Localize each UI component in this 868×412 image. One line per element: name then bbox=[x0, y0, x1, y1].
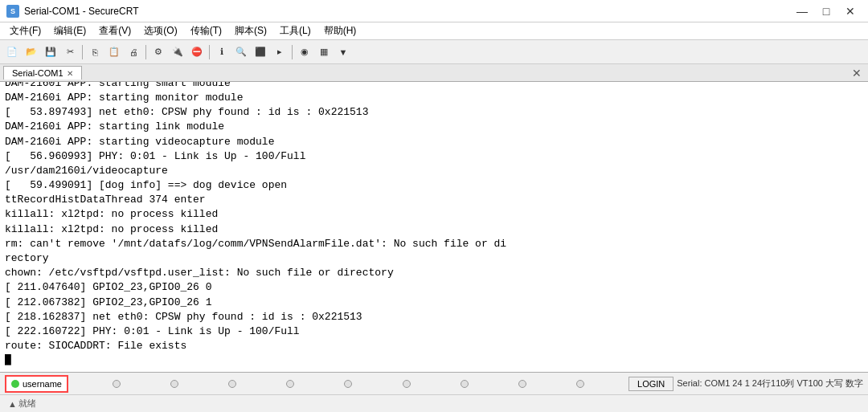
tool-new[interactable]: 📄 bbox=[3, 43, 21, 61]
tool-extra2[interactable]: ▸ bbox=[271, 43, 289, 61]
terminal-line: [ 212.067382] GPIO2_23,GPIO0_26 1 bbox=[5, 296, 863, 310]
tool-extra5[interactable]: ▼ bbox=[334, 43, 352, 61]
login-button[interactable]: LOGIN bbox=[628, 377, 674, 391]
title-bar-left: S Serial-COM1 - SecureCRT bbox=[6, 5, 138, 18]
status-circle bbox=[228, 380, 236, 388]
terminal-line: [ 222.160722] PHY: 0:01 - Link is Up - 1… bbox=[5, 324, 863, 339]
tool-find[interactable]: 🔍 bbox=[232, 43, 250, 61]
tool-copy[interactable]: ⎘ bbox=[86, 43, 104, 61]
tool-cut[interactable]: ✂ bbox=[61, 43, 79, 61]
tab-serial-com1[interactable]: Serial-COM1 ✕ bbox=[3, 66, 82, 80]
status-circle bbox=[170, 380, 178, 388]
tool-paste[interactable]: 📋 bbox=[105, 43, 123, 61]
tool-extra1[interactable]: ⬛ bbox=[252, 43, 269, 61]
username-status[interactable]: username bbox=[5, 375, 68, 393]
tab-label: Serial-COM1 bbox=[12, 68, 63, 78]
toolbar: 📄 📂 💾 ✂ ⎘ 📋 🖨 ⚙ 🔌 ⛔ ℹ 🔍 ⬛ ▸ ◉ ▦ ▼ bbox=[0, 40, 868, 64]
tool-save[interactable]: 💾 bbox=[42, 43, 59, 61]
status-circle bbox=[113, 380, 121, 388]
terminal-output[interactable]: [ 46.685466] PHY: 0:01 - Link is Up - 10… bbox=[0, 82, 868, 372]
tool-extra4[interactable]: ▦ bbox=[315, 43, 333, 61]
status-circle bbox=[344, 380, 352, 388]
terminal-line: DAM-2160i APP: starting videocapture mod… bbox=[5, 135, 863, 149]
menu-tools[interactable]: 工具(L) bbox=[273, 22, 317, 39]
window-title: Serial-COM1 - SecureCRT bbox=[24, 6, 138, 17]
ready-text: 就绪 bbox=[18, 398, 36, 410]
status-bar: username LOGIN Serial: COM1 24 1 24行110列… bbox=[0, 372, 868, 394]
toolbar-separator-2 bbox=[145, 45, 146, 59]
terminal-line: DAM-2160i APP: starting link module bbox=[5, 120, 863, 134]
terminal-line: DAM-2160i APP: starting smart module bbox=[5, 82, 863, 91]
window-controls: — □ ✕ bbox=[791, 3, 862, 19]
tool-disconnect[interactable]: ⛔ bbox=[188, 43, 206, 61]
label-bar: ▲ 就绪 bbox=[0, 394, 868, 412]
terminal-line: [ 53.897493] net eth0: CPSW phy found : … bbox=[5, 105, 863, 120]
tool-open[interactable]: 📂 bbox=[23, 43, 40, 61]
status-circle bbox=[518, 380, 526, 388]
status-circle bbox=[403, 380, 411, 388]
tool-extra3[interactable]: ◉ bbox=[296, 43, 313, 61]
terminal-line: rm: can't remove '/mnt/datafs/log/comm/V… bbox=[5, 237, 863, 251]
tab-end-button[interactable]: ✕ bbox=[849, 67, 865, 80]
connection-indicator bbox=[11, 380, 19, 388]
ready-label: ▲ 就绪 bbox=[5, 398, 39, 410]
terminal-line: [ 211.047640] GPIO2_23,GPIO0_26 0 bbox=[5, 280, 863, 295]
terminal-line: DAM-2160i APP: starting monitor module bbox=[5, 91, 863, 105]
terminal-line: /usr/dam2160i/videocapture bbox=[5, 164, 863, 178]
terminal-line: rectory bbox=[5, 251, 863, 266]
terminal-line: [ 56.960993] PHY: 0:01 - Link is Up - 10… bbox=[5, 149, 863, 164]
title-bar: S Serial-COM1 - SecureCRT — □ ✕ bbox=[0, 0, 868, 22]
menu-help[interactable]: 帮助(H) bbox=[317, 22, 363, 39]
menu-bar: 文件(F) 编辑(E) 查看(V) 选项(O) 传输(T) 脚本(S) 工具(L… bbox=[0, 22, 868, 40]
username-label: username bbox=[23, 379, 62, 389]
tool-info[interactable]: ℹ bbox=[213, 43, 231, 61]
tab-bar: Serial-COM1 ✕ ✕ bbox=[0, 64, 868, 82]
terminal-line: route: SIOCADDRT: File exists bbox=[5, 339, 863, 353]
status-circle bbox=[461, 380, 469, 388]
status-info-text: Serial: COM1 24 1 24行110列 VT100 大写 数字 bbox=[677, 377, 863, 390]
terminal-line: ttRecordHistDataThread 374 enter bbox=[5, 193, 863, 207]
menu-script[interactable]: 脚本(S) bbox=[228, 22, 273, 39]
terminal-line: [ 218.162837] net eth0: CPSW phy found :… bbox=[5, 310, 863, 324]
toolbar-separator-4 bbox=[292, 45, 293, 59]
terminal-line: killall: xl2tpd: no process killed bbox=[5, 207, 863, 222]
menu-file[interactable]: 文件(F) bbox=[3, 22, 47, 39]
close-button[interactable]: ✕ bbox=[839, 3, 862, 19]
minimize-button[interactable]: — bbox=[791, 3, 813, 19]
toolbar-separator-1 bbox=[82, 45, 83, 59]
status-circle bbox=[576, 380, 584, 388]
status-circle bbox=[286, 380, 294, 388]
maximize-button[interactable]: □ bbox=[815, 3, 837, 19]
menu-options[interactable]: 选项(O) bbox=[137, 22, 183, 39]
tool-print[interactable]: 🖨 bbox=[125, 43, 142, 61]
terminal-line: chown: /etc/vsftpd/vsftpd.user_list: No … bbox=[5, 266, 863, 280]
terminal-line: killall: xl2tpd: no process killed bbox=[5, 222, 863, 237]
terminal-line: [ 59.499091] [dog info] ==> dog device o… bbox=[5, 178, 863, 193]
menu-edit[interactable]: 编辑(E) bbox=[47, 22, 92, 39]
tab-close-button[interactable]: ✕ bbox=[67, 69, 73, 78]
menu-transfer[interactable]: 传输(T) bbox=[184, 22, 228, 39]
status-circles-group bbox=[72, 380, 625, 388]
menu-view[interactable]: 查看(V) bbox=[92, 22, 137, 39]
terminal-cursor-line bbox=[5, 353, 863, 368]
tool-settings[interactable]: ⚙ bbox=[149, 43, 167, 61]
tool-connect[interactable]: 🔌 bbox=[169, 43, 186, 61]
toolbar-separator-3 bbox=[209, 45, 210, 59]
ready-indicator: ▲ bbox=[8, 399, 17, 409]
app-icon: S bbox=[6, 5, 19, 18]
